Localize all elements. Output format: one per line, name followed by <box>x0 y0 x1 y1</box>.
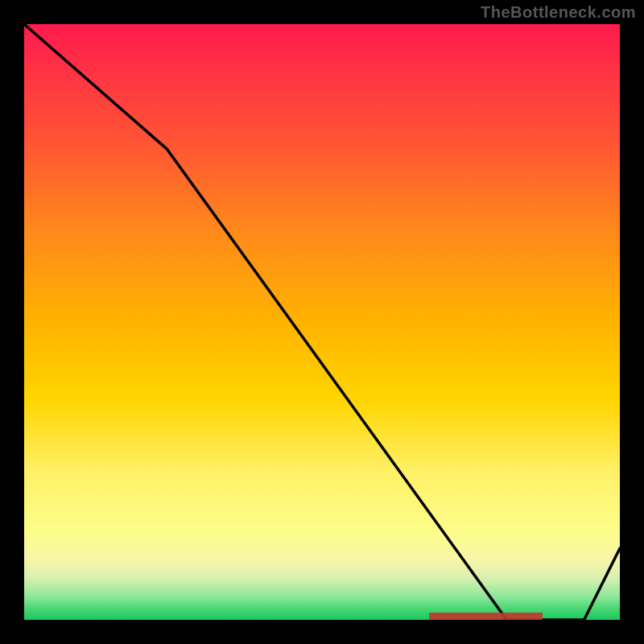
line-curve <box>24 24 620 620</box>
series-curve <box>24 24 620 620</box>
chart-container: TheBottleneck.com <box>0 0 644 644</box>
recommended-marker <box>429 613 543 620</box>
plot-area <box>24 24 620 620</box>
watermark-label: TheBottleneck.com <box>481 3 636 22</box>
